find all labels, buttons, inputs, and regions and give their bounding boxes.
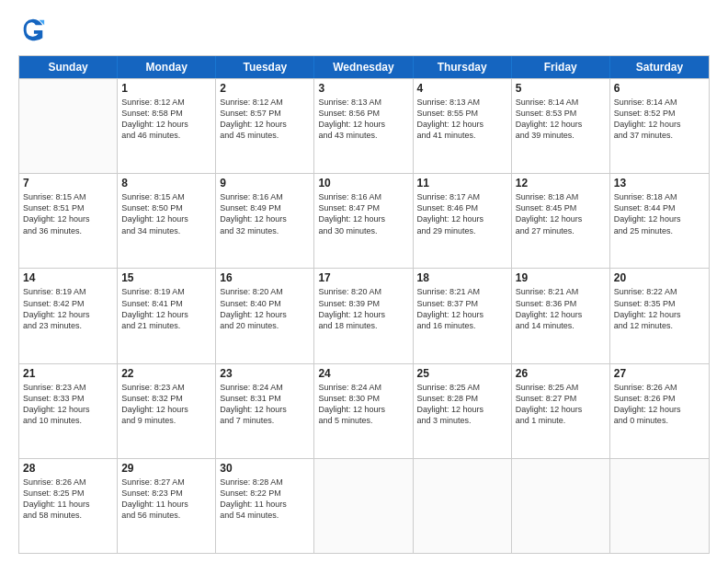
calendar-day-22: 22Sunrise: 8:23 AMSunset: 8:32 PMDayligh… bbox=[118, 364, 216, 458]
calendar: SundayMondayTuesdayWednesdayThursdayFrid… bbox=[18, 55, 710, 554]
logo-icon bbox=[20, 17, 46, 42]
calendar-day-20: 20Sunrise: 8:22 AMSunset: 8:35 PMDayligh… bbox=[610, 269, 709, 362]
day-details: Sunrise: 8:14 AMSunset: 8:53 PMDaylight:… bbox=[516, 97, 606, 142]
day-details: Sunrise: 8:26 AMSunset: 8:26 PMDaylight:… bbox=[614, 382, 705, 427]
header-day-thursday: Thursday bbox=[414, 56, 512, 78]
calendar-day-23: 23Sunrise: 8:24 AMSunset: 8:31 PMDayligh… bbox=[216, 364, 314, 458]
day-number: 30 bbox=[220, 462, 310, 475]
header-day-sunday: Sunday bbox=[19, 56, 118, 78]
day-number: 28 bbox=[23, 462, 113, 475]
calendar-day-17: 17Sunrise: 8:20 AMSunset: 8:39 PMDayligh… bbox=[314, 269, 413, 362]
logo bbox=[18, 17, 48, 46]
calendar-day-24: 24Sunrise: 8:24 AMSunset: 8:30 PMDayligh… bbox=[314, 364, 413, 458]
calendar-day-29: 29Sunrise: 8:27 AMSunset: 8:23 PMDayligh… bbox=[118, 459, 216, 553]
day-details: Sunrise: 8:25 AMSunset: 8:28 PMDaylight:… bbox=[417, 382, 507, 427]
day-number: 11 bbox=[417, 177, 507, 190]
day-details: Sunrise: 8:13 AMSunset: 8:55 PMDaylight:… bbox=[417, 97, 507, 142]
calendar-day-9: 9Sunrise: 8:16 AMSunset: 8:49 PMDaylight… bbox=[216, 174, 314, 268]
day-details: Sunrise: 8:15 AMSunset: 8:50 PMDaylight:… bbox=[121, 191, 211, 236]
calendar-day-16: 16Sunrise: 8:20 AMSunset: 8:40 PMDayligh… bbox=[216, 269, 314, 362]
calendar-empty bbox=[610, 459, 709, 553]
day-details: Sunrise: 8:15 AMSunset: 8:51 PMDaylight:… bbox=[23, 191, 113, 236]
calendar-week-5: 28Sunrise: 8:26 AMSunset: 8:25 PMDayligh… bbox=[19, 458, 709, 553]
day-number: 5 bbox=[516, 82, 606, 95]
day-number: 23 bbox=[220, 367, 310, 380]
header-day-monday: Monday bbox=[118, 56, 216, 78]
day-details: Sunrise: 8:27 AMSunset: 8:23 PMDaylight:… bbox=[121, 477, 211, 522]
day-details: Sunrise: 8:16 AMSunset: 8:49 PMDaylight:… bbox=[220, 191, 310, 236]
calendar-empty bbox=[19, 79, 118, 173]
calendar-empty bbox=[512, 459, 610, 553]
day-number: 26 bbox=[516, 367, 606, 380]
day-details: Sunrise: 8:18 AMSunset: 8:44 PMDaylight:… bbox=[614, 191, 705, 236]
day-number: 9 bbox=[220, 177, 310, 190]
header-day-wednesday: Wednesday bbox=[314, 56, 413, 78]
calendar-day-1: 1Sunrise: 8:12 AMSunset: 8:58 PMDaylight… bbox=[118, 79, 216, 173]
calendar-day-4: 4Sunrise: 8:13 AMSunset: 8:55 PMDaylight… bbox=[414, 79, 512, 173]
day-details: Sunrise: 8:23 AMSunset: 8:33 PMDaylight:… bbox=[23, 382, 113, 427]
day-number: 24 bbox=[318, 367, 408, 380]
day-details: Sunrise: 8:17 AMSunset: 8:46 PMDaylight:… bbox=[417, 191, 507, 236]
day-number: 29 bbox=[121, 462, 211, 475]
day-details: Sunrise: 8:19 AMSunset: 8:41 PMDaylight:… bbox=[121, 286, 211, 331]
calendar-day-7: 7Sunrise: 8:15 AMSunset: 8:51 PMDaylight… bbox=[19, 174, 118, 268]
day-number: 8 bbox=[121, 177, 211, 190]
day-details: Sunrise: 8:19 AMSunset: 8:42 PMDaylight:… bbox=[23, 286, 113, 331]
calendar-week-4: 21Sunrise: 8:23 AMSunset: 8:33 PMDayligh… bbox=[19, 363, 709, 458]
day-number: 6 bbox=[614, 82, 705, 95]
calendar-day-5: 5Sunrise: 8:14 AMSunset: 8:53 PMDaylight… bbox=[512, 79, 610, 173]
calendar-day-14: 14Sunrise: 8:19 AMSunset: 8:42 PMDayligh… bbox=[19, 269, 118, 362]
day-details: Sunrise: 8:16 AMSunset: 8:47 PMDaylight:… bbox=[318, 191, 408, 236]
day-number: 1 bbox=[121, 82, 211, 95]
day-details: Sunrise: 8:12 AMSunset: 8:58 PMDaylight:… bbox=[121, 97, 211, 142]
day-number: 12 bbox=[516, 177, 606, 190]
header-day-saturday: Saturday bbox=[610, 56, 709, 78]
calendar-day-8: 8Sunrise: 8:15 AMSunset: 8:50 PMDaylight… bbox=[118, 174, 216, 268]
day-number: 18 bbox=[417, 271, 507, 284]
day-number: 7 bbox=[23, 177, 113, 190]
day-details: Sunrise: 8:28 AMSunset: 8:22 PMDaylight:… bbox=[220, 477, 310, 522]
day-details: Sunrise: 8:25 AMSunset: 8:27 PMDaylight:… bbox=[516, 382, 606, 427]
day-number: 17 bbox=[318, 271, 408, 284]
day-details: Sunrise: 8:26 AMSunset: 8:25 PMDaylight:… bbox=[23, 477, 113, 522]
calendar-day-25: 25Sunrise: 8:25 AMSunset: 8:28 PMDayligh… bbox=[414, 364, 512, 458]
header-day-friday: Friday bbox=[512, 56, 610, 78]
calendar-day-2: 2Sunrise: 8:12 AMSunset: 8:57 PMDaylight… bbox=[216, 79, 314, 173]
day-details: Sunrise: 8:20 AMSunset: 8:39 PMDaylight:… bbox=[318, 286, 408, 331]
day-number: 2 bbox=[220, 82, 310, 95]
calendar-day-26: 26Sunrise: 8:25 AMSunset: 8:27 PMDayligh… bbox=[512, 364, 610, 458]
calendar-day-21: 21Sunrise: 8:23 AMSunset: 8:33 PMDayligh… bbox=[19, 364, 118, 458]
day-details: Sunrise: 8:22 AMSunset: 8:35 PMDaylight:… bbox=[614, 286, 705, 331]
day-number: 4 bbox=[417, 82, 507, 95]
calendar-day-13: 13Sunrise: 8:18 AMSunset: 8:44 PMDayligh… bbox=[610, 174, 709, 268]
day-number: 21 bbox=[23, 367, 113, 380]
day-details: Sunrise: 8:24 AMSunset: 8:30 PMDaylight:… bbox=[318, 382, 408, 427]
day-details: Sunrise: 8:18 AMSunset: 8:45 PMDaylight:… bbox=[516, 191, 606, 236]
calendar-day-27: 27Sunrise: 8:26 AMSunset: 8:26 PMDayligh… bbox=[610, 364, 709, 458]
calendar-day-15: 15Sunrise: 8:19 AMSunset: 8:41 PMDayligh… bbox=[118, 269, 216, 362]
calendar-empty bbox=[314, 459, 413, 553]
calendar-week-3: 14Sunrise: 8:19 AMSunset: 8:42 PMDayligh… bbox=[19, 268, 709, 362]
day-number: 16 bbox=[220, 271, 310, 284]
calendar-day-11: 11Sunrise: 8:17 AMSunset: 8:46 PMDayligh… bbox=[414, 174, 512, 268]
header-day-tuesday: Tuesday bbox=[216, 56, 314, 78]
calendar-day-28: 28Sunrise: 8:26 AMSunset: 8:25 PMDayligh… bbox=[19, 459, 118, 553]
calendar-day-19: 19Sunrise: 8:21 AMSunset: 8:36 PMDayligh… bbox=[512, 269, 610, 362]
day-number: 25 bbox=[417, 367, 507, 380]
calendar-header: SundayMondayTuesdayWednesdayThursdayFrid… bbox=[19, 56, 709, 78]
page-header bbox=[18, 17, 710, 46]
calendar-day-6: 6Sunrise: 8:14 AMSunset: 8:52 PMDaylight… bbox=[610, 79, 709, 173]
calendar-body: 1Sunrise: 8:12 AMSunset: 8:58 PMDaylight… bbox=[19, 78, 709, 553]
calendar-day-3: 3Sunrise: 8:13 AMSunset: 8:56 PMDaylight… bbox=[314, 79, 413, 173]
day-details: Sunrise: 8:14 AMSunset: 8:52 PMDaylight:… bbox=[614, 97, 705, 142]
calendar-week-1: 1Sunrise: 8:12 AMSunset: 8:58 PMDaylight… bbox=[19, 78, 709, 173]
day-details: Sunrise: 8:20 AMSunset: 8:40 PMDaylight:… bbox=[220, 286, 310, 331]
day-number: 15 bbox=[121, 271, 211, 284]
calendar-day-30: 30Sunrise: 8:28 AMSunset: 8:22 PMDayligh… bbox=[216, 459, 314, 553]
calendar-day-10: 10Sunrise: 8:16 AMSunset: 8:47 PMDayligh… bbox=[314, 174, 413, 268]
calendar-day-18: 18Sunrise: 8:21 AMSunset: 8:37 PMDayligh… bbox=[414, 269, 512, 362]
day-number: 14 bbox=[23, 271, 113, 284]
day-number: 20 bbox=[614, 271, 705, 284]
calendar-empty bbox=[414, 459, 512, 553]
day-number: 3 bbox=[318, 82, 408, 95]
